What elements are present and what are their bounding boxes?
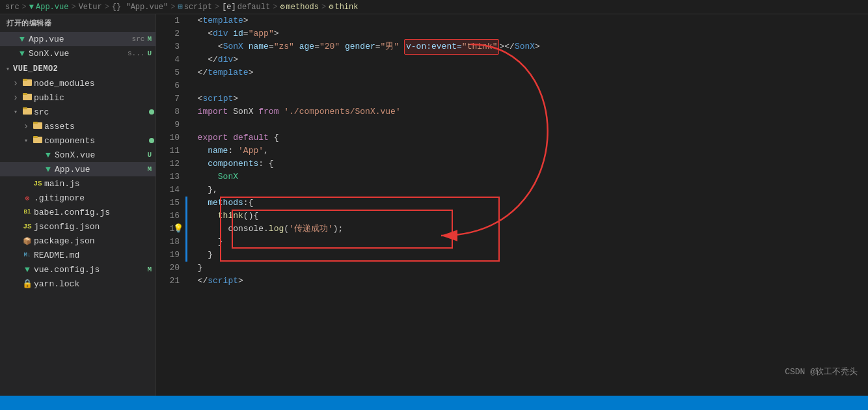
sidebar-item-components[interactable]: components — [0, 133, 156, 148]
bc-sep-4: > — [170, 3, 175, 12]
open-file-sonx[interactable]: ▼ SonX.vue s... U — [0, 46, 156, 61]
sidebar-item-vueconfig[interactable]: ▼ vue.config.js M — [0, 262, 156, 277]
breadcrumb-think-icon: ⚙ — [329, 2, 333, 12]
readme-icon: M↓ — [21, 252, 34, 258]
sidebar-item-yarn[interactable]: 🔒 yarn.lock — [0, 277, 156, 291]
code-line-14: }, — [187, 184, 855, 197]
mainjs-label: main.js — [44, 179, 156, 189]
code-line-20: } — [187, 262, 855, 275]
watermark: CSDN @软工不秃头 — [785, 366, 858, 377]
left-border-17 — [185, 223, 187, 236]
components-arrow — [21, 137, 31, 144]
public-arrow — [10, 92, 21, 103]
vue-icon-2: ▼ — [16, 49, 29, 59]
sidebar-item-appvue[interactable]: ▼ App.vue M — [0, 162, 156, 176]
sidebar-item-readme[interactable]: M↓ README.md — [0, 248, 156, 262]
sidebar-item-sonxvue[interactable]: ▼ SonX.vue U — [0, 148, 156, 162]
code-content[interactable]: <template> <div id="app"> <SonX name="zs… — [187, 14, 868, 396]
sidebar: 打开的编辑器 ▼ App.vue src M ▼ SonX.vue s... U… — [0, 14, 156, 396]
line-numbers: 12345 678910 1112131415 1617181920 21 — [156, 14, 187, 396]
gitignore-label: .gitignore — [34, 193, 156, 203]
left-border-15 — [185, 197, 187, 210]
bc-sep-2: > — [71, 3, 75, 12]
code-line-11: name: 'App', — [187, 144, 855, 157]
bc-sep-3: > — [105, 3, 109, 12]
appvue-label: App.vue — [55, 165, 147, 174]
bulb-icon: 💡 — [173, 223, 183, 236]
code-line-8: import SonX from './components/SonX.vue' — [187, 105, 855, 118]
breadcrumb-vetur: Vetur — [79, 3, 102, 12]
folder-icon-node-modules — [21, 77, 34, 90]
sidebar-item-assets[interactable]: assets — [0, 119, 156, 133]
vueconfig-label: vue.config.js — [34, 265, 147, 275]
components-label: components — [44, 136, 146, 146]
code-container[interactable]: 12345 678910 1112131415 1617181920 21 <t… — [156, 14, 868, 396]
svg-rect-5 — [23, 107, 27, 109]
svg-rect-9 — [33, 136, 38, 138]
code-line-15: methods:{ — [187, 197, 855, 210]
code-line-7: <script> — [187, 92, 855, 105]
sidebar-item-src[interactable]: src — [0, 105, 156, 119]
bc-sep-1: > — [22, 3, 27, 12]
yarn-icon: 🔒 — [21, 279, 34, 289]
vueconfig-badge: M — [147, 266, 152, 273]
breadcrumb-script: script — [184, 3, 212, 12]
sidebar-item-node-modules[interactable]: node_modules — [0, 76, 156, 90]
jsconfig-icon: JS — [21, 223, 34, 230]
sidebar-item-gitignore[interactable]: ⊗ .gitignore — [0, 191, 156, 205]
sidebar-item-mainjs[interactable]: JS main.js — [0, 176, 156, 191]
code-line-21: </script> — [187, 275, 855, 288]
open-file-label-2: SonX.vue — [29, 49, 128, 59]
js-icon: JS — [31, 180, 44, 187]
code-line-16: think(){ — [187, 210, 855, 223]
sonx-badge: U — [147, 151, 152, 159]
yarn-label: yarn.lock — [34, 279, 156, 289]
project-root[interactable]: VUE_DEMO2 — [0, 62, 156, 76]
red-box-vonthink: v-on:event="think" — [404, 39, 499, 55]
svg-rect-7 — [33, 122, 38, 124]
code-line-9 — [187, 118, 855, 131]
src-modified-dot — [149, 109, 154, 115]
sidebar-header: 打开的编辑器 — [0, 14, 156, 32]
code-line-19: } — [187, 249, 855, 262]
sidebar-item-jsconfig[interactable]: JS jsconfig.json — [0, 219, 156, 234]
main-layout: 打开的编辑器 ▼ App.vue src M ▼ SonX.vue s... U… — [0, 14, 868, 396]
folder-icon-components — [31, 134, 44, 147]
code-line-10: export default { — [187, 131, 855, 144]
bc-sep-6: > — [273, 3, 277, 12]
open-file-appvue[interactable]: ▼ App.vue src M — [0, 32, 156, 46]
readme-label: README.md — [34, 251, 156, 260]
code-line-3: <SonX name="zs" age="20" gender="男" v-on… — [187, 40, 855, 53]
breadcrumb-think: think — [334, 3, 358, 12]
breadcrumb-script-icon: ⊞ — [178, 2, 182, 12]
svg-rect-1 — [23, 79, 27, 81]
breadcrumb-arrow: ▼ — [29, 3, 34, 12]
breadcrumb-appvue: App.vue — [36, 3, 68, 12]
breadcrumb-default: default — [237, 3, 270, 12]
public-label: public — [34, 93, 156, 103]
sidebar-item-package[interactable]: 📦 package.json — [0, 234, 156, 248]
package-icon: 📦 — [21, 237, 34, 245]
node-modules-arrow — [10, 78, 21, 89]
assets-arrow — [21, 121, 31, 131]
code-line-13: SonX — [187, 171, 855, 184]
breadcrumb-obj: {} "App.vue" — [112, 3, 168, 12]
vue-icon-app: ▼ — [42, 165, 55, 174]
editor-area: 12345 678910 1112131415 1617181920 21 <t… — [156, 14, 868, 396]
folder-icon-src — [21, 105, 34, 118]
babel-label: babel.config.js — [34, 208, 156, 217]
open-file-path-1: src — [132, 35, 145, 43]
appvue-badge: M — [147, 165, 152, 173]
sidebar-item-babel[interactable]: Bl babel.config.js — [0, 205, 156, 219]
vue-icon-1: ▼ — [16, 34, 29, 44]
breadcrumb-default-icon: [e] — [222, 3, 236, 12]
badge-u-1: U — [147, 49, 152, 57]
root-arrow — [3, 65, 13, 73]
src-label: src — [34, 107, 146, 117]
bc-sep-5: > — [215, 3, 219, 12]
sidebar-item-public[interactable]: public — [0, 90, 156, 105]
code-line-4: </div> — [187, 53, 855, 66]
breadcrumb-methods: methods — [286, 3, 319, 12]
open-file-path-2: s... — [128, 49, 144, 57]
assets-label: assets — [44, 122, 156, 131]
